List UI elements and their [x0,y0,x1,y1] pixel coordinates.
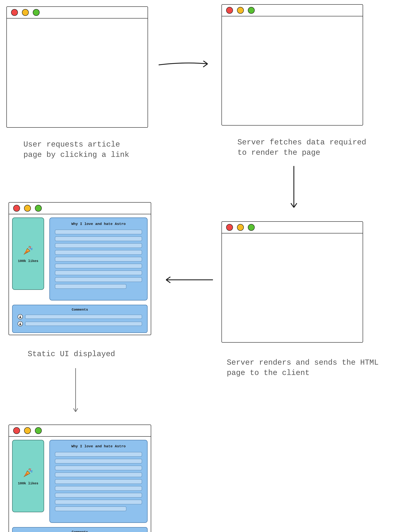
comment-row [18,314,142,319]
zoom-icon [35,427,42,434]
minimize-icon [24,427,31,434]
caption-step1: User requests article page by clicking a… [23,139,129,160]
zoom-icon [248,224,255,231]
titlebar [222,5,363,16]
article-card: Why I love and hate Astro [49,217,148,300]
arrow-step1-to-step2 [157,55,213,72]
party-popper-icon [22,467,34,478]
comments-card[interactable]: Comments [12,527,148,532]
arrow-step3-to-step4 [160,272,215,287]
titlebar [9,203,151,214]
close-icon [11,9,18,16]
article-body-placeholder [55,230,142,289]
caption-step3: Server renders and sends the HTML page t… [227,358,379,378]
article-title: Why I love and hate Astro [55,444,142,448]
minimize-icon [24,205,31,212]
svg-point-2 [30,247,31,248]
zoom-icon [33,9,40,16]
comment-text-placeholder [25,322,142,326]
viewport-empty [222,233,363,342]
svg-point-5 [20,316,21,317]
browser-window-step2 [221,4,363,125]
zoom-icon [35,205,42,212]
article-title: Why I love and hate Astro [55,222,142,226]
caption-step4: Static UI displayed [28,349,115,359]
viewport-populated: 100k likes Why I love and hate Astro Com… [9,214,151,335]
arrow-step2-to-step3 [285,164,302,213]
party-popper-icon [22,244,34,256]
browser-window-step1 [6,6,148,128]
likes-count: 100k likes [18,259,38,263]
likes-count: 100k likes [18,481,38,485]
article-card: Why I love and hate Astro [49,440,148,523]
comment-row [18,321,142,326]
titlebar [9,425,151,437]
minimize-icon [237,224,244,231]
minimize-icon [237,7,244,14]
comments-heading: Comments [18,530,142,532]
svg-point-3 [31,249,32,250]
svg-point-10 [31,471,32,472]
avatar-icon [18,314,23,319]
close-icon [226,7,233,14]
svg-point-6 [20,323,21,324]
close-icon [13,205,20,212]
likes-sidebar[interactable]: 100k likes [12,440,44,512]
svg-point-9 [30,469,31,471]
likes-sidebar: 100k likes [12,217,44,290]
avatar-icon [18,321,23,326]
article-body-placeholder [55,452,142,511]
comment-text-placeholder [25,315,142,319]
browser-window-step3 [221,221,363,343]
comments-card: Comments [12,305,148,333]
browser-window-step5: 100k likes Why I love and hate Astro Com… [9,425,151,532]
viewport-empty [222,16,363,125]
comments-heading: Comments [18,308,142,312]
titlebar [7,7,148,19]
minimize-icon [22,9,29,16]
titlebar [222,222,363,233]
close-icon [226,224,233,231]
zoom-icon [248,7,255,14]
diagram-canvas: User requests article page by clicking a… [0,0,418,532]
caption-step2: Server fetches data required to render t… [237,137,366,158]
close-icon [13,427,20,434]
viewport-empty [7,19,148,127]
viewport-populated: 100k likes Why I love and hate Astro Com… [9,437,151,532]
browser-window-step4: 100k likes Why I love and hate Astro Com… [9,202,151,335]
arrow-step4-to-step5 [68,366,83,417]
